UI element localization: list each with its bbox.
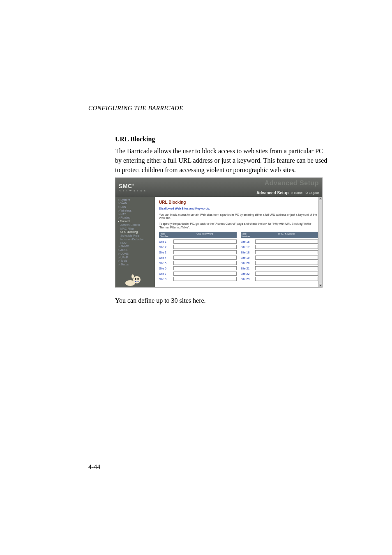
svg-point-4: [131, 274, 134, 279]
table-row: Site 23: [241, 277, 318, 281]
svg-point-3: [137, 278, 139, 280]
sidebar-item-mac-filter[interactable]: MAC Filter: [118, 227, 155, 231]
row-label: Site 21: [241, 267, 254, 270]
row-label: Site 8: [159, 278, 172, 281]
row-label: Site 19: [241, 256, 254, 259]
body-paragraph: The Barricade allows the user to block a…: [115, 146, 329, 175]
running-header: CONFIGURING THE BARRICADE: [88, 105, 183, 112]
screenshot-header: SMC® N e t w o r k s Advanced Setup Adva…: [115, 178, 322, 197]
sidebar-item-adsl[interactable]: ○ ADSL: [118, 249, 155, 252]
th-rule-number: Rule Number: [159, 232, 173, 238]
url-input[interactable]: [255, 240, 318, 244]
row-label: Site 2: [159, 246, 172, 249]
url-input[interactable]: [255, 261, 318, 265]
row-label: Site 3: [159, 251, 172, 254]
th-url-keyword: URL / Keyword: [173, 232, 237, 238]
scroll-down-icon[interactable]: ▾: [319, 284, 322, 287]
advanced-setup-ghost: Advanced Setup: [265, 180, 319, 187]
table-row: Site 17: [241, 245, 318, 249]
table-row: Site 6: [159, 266, 237, 270]
sidebar-item-upnp[interactable]: ○ UPnP: [118, 256, 155, 260]
sidebar-item-wireless[interactable]: ○ Wireless: [118, 209, 155, 213]
url-input[interactable]: [255, 256, 318, 260]
home-icon: ⌂: [291, 191, 293, 195]
url-input[interactable]: [255, 272, 318, 276]
sidebar-item-intrusion-detection[interactable]: Intrusion Detection: [118, 238, 155, 242]
url-input[interactable]: [173, 266, 237, 270]
url-input[interactable]: [173, 250, 237, 254]
row-label: Site 6: [159, 267, 172, 270]
row-label: Site 18: [241, 251, 254, 254]
url-input[interactable]: [173, 240, 237, 244]
svg-point-2: [135, 278, 136, 280]
url-input[interactable]: [255, 245, 318, 249]
sidebar-item-routing[interactable]: ○ Routing: [118, 216, 155, 220]
table-row: Site 22: [241, 272, 318, 276]
url-input[interactable]: [173, 277, 237, 281]
sidebar-item-access-control[interactable]: Access Control: [118, 223, 155, 227]
table-row: Site 7: [159, 272, 237, 276]
row-label: Site 1: [159, 240, 172, 243]
table-row: Site 21: [241, 266, 318, 270]
table-row: Site 1: [159, 240, 237, 244]
table-row: Site 4: [159, 256, 237, 260]
url-table-right: Rule Number URL / Keyword Site 16 Site 1…: [241, 232, 318, 282]
main-panel: URL Blocking Disallowed Web Sites and Ke…: [155, 197, 322, 287]
th-rule-number: Rule Number: [241, 232, 255, 238]
section-title: URL Blocking: [115, 136, 329, 143]
page-number: 4-44: [88, 463, 100, 471]
url-input[interactable]: [173, 245, 237, 249]
row-label: Site 7: [159, 272, 172, 275]
panel-heading: URL Blocking: [159, 200, 318, 205]
table-row: Site 5: [159, 261, 237, 265]
smc-logo: SMC®: [119, 183, 146, 189]
panel-paragraph-1: You can block access to certain Web site…: [159, 213, 318, 220]
smc-logo-sub: N e t w o r k s: [119, 189, 146, 192]
sidebar-item-lan[interactable]: ○ LAN: [118, 205, 155, 209]
url-input[interactable]: [255, 250, 318, 254]
table-row: Site 20: [241, 261, 318, 265]
th-url-keyword: URL / Keyword: [255, 232, 318, 238]
url-input[interactable]: [173, 256, 237, 260]
panel-paragraph-2: To specify the particular PC, go back to…: [159, 222, 318, 229]
table-row: Site 8: [159, 277, 237, 281]
page-content: URL Blocking The Barricade allows the us…: [115, 136, 329, 308]
logout-link[interactable]: ⊘Logout: [305, 191, 319, 195]
sidebar-item-ddns[interactable]: ○ DDNS: [118, 252, 155, 256]
top-bar-right: Advanced Setup ⌂Home ⊘Logout: [256, 191, 319, 195]
sidebar: ○ System ○ WAN ○ LAN ○ Wireless ○ NAT ○ …: [115, 197, 155, 287]
row-label: Site 22: [241, 272, 254, 275]
table-row: Site 3: [159, 250, 237, 254]
row-label: Site 5: [159, 262, 172, 265]
home-link[interactable]: ⌂Home: [291, 191, 302, 195]
sidebar-item-snmp[interactable]: ○ SNMP: [118, 245, 155, 249]
sidebar-item-url-blocking[interactable]: URL Blocking: [118, 230, 155, 234]
sidebar-item-dmz[interactable]: DMZ: [118, 242, 155, 245]
scrollbar[interactable]: ▴ ▾: [318, 197, 322, 287]
sidebar-item-nat[interactable]: ○ NAT: [118, 213, 155, 216]
router-admin-screenshot: SMC® N e t w o r k s Advanced Setup Adva…: [115, 177, 323, 288]
row-label: Site 4: [159, 256, 172, 259]
url-input[interactable]: [255, 277, 318, 281]
url-table-left: Rule Number URL / Keyword Site 1 Site 2 …: [159, 232, 237, 282]
sidebar-item-wan[interactable]: ○ WAN: [118, 202, 155, 205]
url-input[interactable]: [255, 266, 318, 270]
scroll-up-icon[interactable]: ▴: [319, 197, 322, 200]
table-header: Rule Number URL / Keyword: [241, 232, 318, 238]
url-input[interactable]: [173, 261, 237, 265]
advanced-setup-label: Advanced Setup: [256, 191, 288, 195]
table-header: Rule Number URL / Keyword: [159, 232, 237, 238]
note-paragraph: You can define up to 30 sites here.: [115, 296, 329, 305]
table-row: Site 2: [159, 245, 237, 249]
sidebar-item-system[interactable]: ○ System: [118, 198, 155, 202]
sidebar-item-status[interactable]: ○ Status: [118, 263, 155, 267]
url-table: Rule Number URL / Keyword Site 1 Site 2 …: [159, 232, 318, 282]
table-row: Site 16: [241, 240, 318, 244]
row-label: Site 23: [241, 278, 254, 281]
sidebar-item-firewall[interactable]: • Firewall: [118, 220, 155, 223]
screenshot-body: ○ System ○ WAN ○ LAN ○ Wireless ○ NAT ○ …: [115, 197, 322, 287]
url-input[interactable]: [173, 272, 237, 276]
sidebar-item-tools[interactable]: ○ Tools: [118, 259, 155, 263]
table-row: Site 18: [241, 250, 318, 254]
sidebar-item-schedule-rule[interactable]: Schedule Rule: [118, 234, 155, 238]
